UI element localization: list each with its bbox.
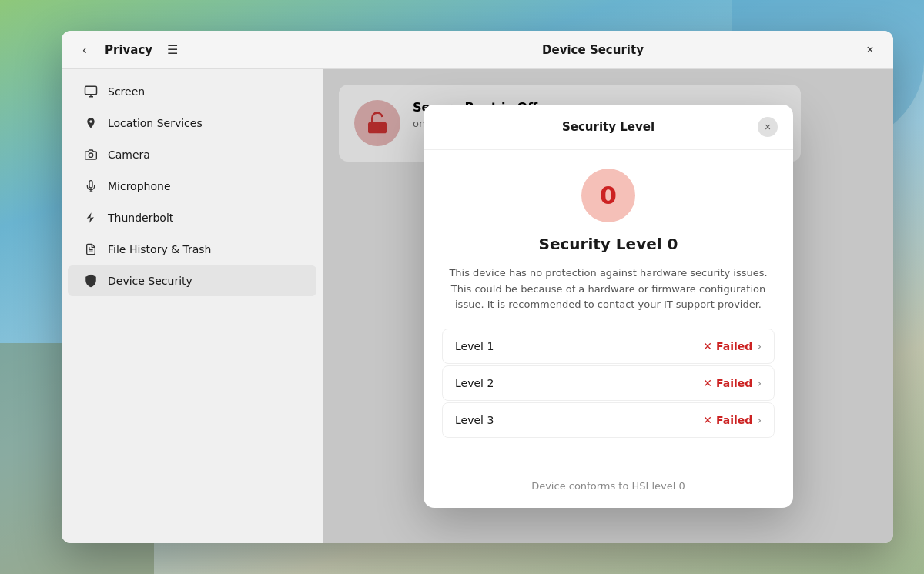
level-3-right: ✕ Failed › <box>703 414 762 426</box>
level-3-failed-indicator: ✕ Failed <box>703 414 752 426</box>
modal-overlay: Security Level × 0 Security Level 0 This… <box>323 69 893 543</box>
level-1-x-icon: ✕ <box>703 340 712 352</box>
back-button[interactable]: ‹ <box>74 39 95 61</box>
location-icon <box>83 115 99 131</box>
sidebar-label-location: Location Services <box>108 117 203 129</box>
main-content: Secure Boot is Off on when the device is… <box>323 69 893 543</box>
sidebar-label-filehistory: File History & Trash <box>108 243 212 255</box>
level-2-status: Failed <box>716 377 752 389</box>
security-description: This device has no protection against ha… <box>442 265 775 313</box>
filehistory-icon <box>83 242 99 257</box>
main-window: ‹ Privacy ☰ Device Security × Screen Loc… <box>62 31 893 543</box>
level-3-x-icon: ✕ <box>703 414 712 426</box>
level-2-label: Level 2 <box>455 377 494 389</box>
level-rows: Level 1 ✕ Failed › Leve <box>442 329 775 438</box>
level-1-status: Failed <box>716 340 752 352</box>
sidebar-label-screen: Screen <box>108 85 145 98</box>
devicesecurity-icon <box>83 273 99 289</box>
modal-body: 0 Security Level 0 This device has no pr… <box>424 150 793 469</box>
sidebar-label-thunderbolt: Thunderbolt <box>108 212 173 224</box>
content-area: Screen Location Services Camera Micropho… <box>62 69 893 543</box>
camera-icon <box>83 147 99 162</box>
svg-point-3 <box>89 153 92 157</box>
sidebar-item-screen[interactable]: Screen <box>68 76 316 107</box>
level-2-x-icon: ✕ <box>703 377 712 389</box>
badge-number: 0 <box>600 181 617 210</box>
sidebar-label-microphone: Microphone <box>108 180 171 192</box>
level-2-right: ✕ Failed › <box>703 377 762 389</box>
level-1-label: Level 1 <box>455 340 494 352</box>
sidebar-label-camera: Camera <box>108 149 150 161</box>
level-3-chevron: › <box>757 414 762 426</box>
modal-title: Security Level <box>459 120 758 134</box>
level-row-2[interactable]: Level 2 ✕ Failed › <box>442 365 775 401</box>
sidebar-label-devicesecurity: Device Security <box>108 275 192 287</box>
level-2-chevron: › <box>757 377 762 389</box>
modal-header: Security Level × <box>424 105 793 150</box>
security-level-heading: Security Level 0 <box>442 235 775 253</box>
modal-footer: Device conforms to HSI level 0 <box>424 469 793 508</box>
hamburger-button[interactable]: ☰ <box>162 39 183 61</box>
title-bar-right: × <box>850 39 881 61</box>
sidebar-item-location[interactable]: Location Services <box>68 108 316 138</box>
level-row-3[interactable]: Level 3 ✕ Failed › <box>442 402 775 438</box>
hsi-footer-text: Device conforms to HSI level 0 <box>531 480 685 492</box>
svg-rect-0 <box>85 86 97 95</box>
level-1-chevron: › <box>757 340 762 352</box>
screen-icon <box>83 84 99 99</box>
security-level-modal: Security Level × 0 Security Level 0 This… <box>424 105 793 508</box>
modal-close-button[interactable]: × <box>758 117 778 137</box>
security-level-badge: 0 <box>581 169 635 222</box>
level-2-failed-indicator: ✕ Failed <box>703 377 752 389</box>
sidebar-item-camera[interactable]: Camera <box>68 139 316 170</box>
window-title: Device Security <box>336 43 850 57</box>
level-1-right: ✕ Failed › <box>703 340 762 352</box>
sidebar-title: Privacy <box>105 43 152 57</box>
sidebar-item-thunderbolt[interactable]: Thunderbolt <box>68 202 316 233</box>
level-3-status: Failed <box>716 414 752 426</box>
sidebar-item-devicesecurity[interactable]: Device Security <box>68 265 316 296</box>
title-bar-left: ‹ Privacy ☰ <box>74 39 336 61</box>
level-1-failed-indicator: ✕ Failed <box>703 340 752 352</box>
title-bar: ‹ Privacy ☰ Device Security × <box>62 31 893 69</box>
window-close-button[interactable]: × <box>859 39 881 61</box>
microphone-icon <box>83 179 99 194</box>
level-3-label: Level 3 <box>455 414 494 426</box>
thunderbolt-icon <box>83 210 99 225</box>
sidebar-item-filehistory[interactable]: File History & Trash <box>68 234 316 265</box>
sidebar: Screen Location Services Camera Micropho… <box>62 69 323 543</box>
level-row-1[interactable]: Level 1 ✕ Failed › <box>442 329 775 364</box>
sidebar-item-microphone[interactable]: Microphone <box>68 171 316 202</box>
